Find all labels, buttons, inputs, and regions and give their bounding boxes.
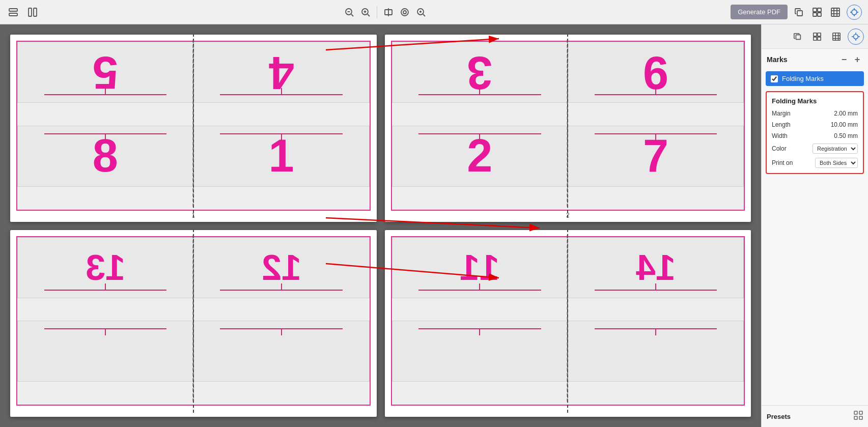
cell-3-tr: 12 (193, 237, 370, 298)
panel-crosshair-btn[interactable] (848, 29, 864, 45)
marks-plus-btn[interactable]: + (852, 54, 863, 65)
fold-mark-vertical-3 (193, 230, 194, 413)
svg-line-10 (368, 14, 370, 16)
tick-mark (655, 88, 656, 95)
folding-marks-detail-box: Folding Marks Margin 2.00 mm Length 10.0… (766, 91, 864, 174)
fm-width-row: Width 0.50 mm (772, 132, 858, 139)
fm-color-select[interactable]: Registration Black Cyan (813, 144, 858, 154)
fm-length-label: Length (772, 121, 791, 128)
svg-rect-1 (9, 13, 17, 16)
toolbar-divider (377, 6, 377, 18)
fm-print-on-select[interactable]: Both Sides Front Only Back Only (815, 158, 858, 168)
tick-mark (281, 88, 282, 95)
presets-bar: Presets (762, 405, 868, 427)
folding-marks-label: Folding Marks (782, 75, 824, 82)
panel-grid2-btn[interactable] (809, 29, 825, 45)
cell-4-br (568, 321, 744, 382)
cell-number: 13 (86, 247, 125, 288)
toolbar-center (44, 5, 726, 19)
tick-mark (105, 133, 106, 140)
tick-mark (655, 283, 656, 291)
cell-1-tl: 5 (17, 42, 193, 103)
page-3: 13 12 (10, 230, 377, 417)
cell-4-tr: 14 (568, 237, 744, 298)
fm-length-value: 10.00 mm (831, 121, 858, 128)
page-1: 5 4 8 (10, 35, 377, 222)
presets-grid-icon[interactable] (854, 411, 863, 422)
tick-mark (105, 283, 106, 291)
cell-3-bl (17, 321, 193, 382)
rows-icon-btn[interactable] (6, 5, 20, 19)
fm-color-row[interactable]: Color Registration Black Cyan (772, 144, 858, 154)
zoom-in-btn[interactable] (358, 5, 373, 19)
presets-label: Presets (767, 413, 791, 420)
zoom-out-btn[interactable] (342, 5, 356, 19)
generate-pdf-button[interactable]: Generate PDF (731, 5, 788, 19)
zoom-fit-btn[interactable] (381, 5, 396, 19)
svg-line-6 (351, 14, 353, 16)
tick-mark (479, 283, 480, 291)
cell-3-br (193, 321, 370, 382)
fm-margin-row: Margin 2.00 mm (772, 110, 858, 117)
crosshair-icon-btn[interactable] (847, 5, 862, 20)
fm-width-value: 0.50 mm (834, 132, 858, 139)
copy-icon-btn[interactable] (792, 5, 806, 19)
cell-2-tr: 9 (568, 42, 744, 103)
cell-4-bl (392, 321, 568, 382)
cell-2-tl: 3 (392, 42, 568, 103)
cell-number: 11 (460, 247, 499, 288)
fm-margin-value: 2.00 mm (834, 110, 858, 117)
canvas-area[interactable]: 5 4 8 (0, 24, 761, 427)
main-area: 5 4 8 (0, 24, 868, 427)
marks-controls: − + (838, 54, 863, 65)
cell-1-tr: 4 (193, 42, 370, 103)
tick-mark (479, 88, 480, 95)
page-2: 3 9 2 (385, 35, 751, 222)
tick-mark (105, 328, 106, 335)
grid3-icon-btn[interactable] (828, 5, 843, 19)
fold-mark-vertical-4 (567, 230, 568, 413)
cell-4-tl: 11 (392, 237, 568, 298)
grid2-icon-btn[interactable] (810, 5, 824, 19)
fm-margin-label: Margin (772, 110, 791, 117)
zoom-full-btn[interactable] (414, 5, 428, 19)
panel-grid3-btn[interactable] (828, 29, 845, 45)
toolbar-right: Generate PDF (731, 5, 862, 20)
svg-rect-21 (818, 13, 821, 16)
marks-title: Marks (767, 55, 787, 64)
svg-line-16 (423, 14, 425, 16)
folding-marks-checkbox-row[interactable]: Folding Marks (766, 71, 864, 86)
folding-marks-checkbox[interactable] (771, 75, 778, 82)
zoom-actual-btn[interactable] (398, 5, 412, 19)
svg-rect-53 (854, 416, 857, 419)
svg-rect-36 (796, 35, 800, 39)
svg-rect-38 (818, 33, 821, 36)
tick-mark (479, 328, 480, 335)
tick-mark (655, 328, 656, 335)
svg-point-46 (854, 34, 858, 39)
tick-mark (655, 133, 656, 140)
svg-rect-51 (854, 411, 857, 414)
fm-print-on-row[interactable]: Print on Both Sides Front Only Back Only (772, 158, 858, 168)
svg-point-13 (401, 9, 408, 16)
svg-rect-0 (9, 9, 17, 11)
svg-rect-20 (813, 13, 817, 16)
toolbar: Generate PDF (0, 0, 868, 24)
fm-color-label: Color (772, 145, 787, 152)
cell-2-br: 7 (568, 126, 744, 187)
page-4: 11 14 (385, 230, 751, 417)
tick-mark (281, 328, 282, 335)
columns-icon-btn[interactable] (25, 5, 40, 19)
marks-title-row: Marks − + (762, 49, 868, 67)
marks-minus-btn[interactable]: − (838, 54, 850, 65)
svg-rect-52 (859, 411, 862, 414)
svg-rect-37 (814, 33, 817, 36)
tick-mark (281, 283, 282, 291)
svg-rect-19 (818, 8, 821, 12)
cell-2-bl: 2 (392, 126, 568, 187)
fm-print-on-label: Print on (772, 159, 793, 166)
panel-spacer (762, 179, 868, 405)
tick-mark (479, 133, 480, 140)
svg-rect-2 (29, 8, 32, 16)
panel-copy-btn[interactable] (790, 29, 806, 45)
